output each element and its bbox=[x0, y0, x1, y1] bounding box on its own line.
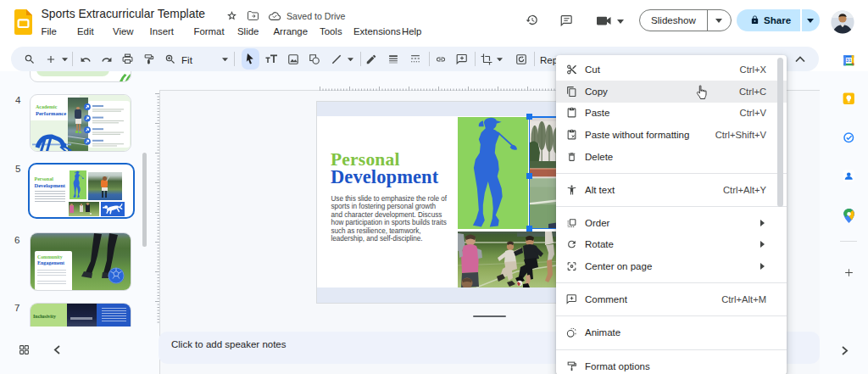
svg-text:31: 31 bbox=[846, 58, 852, 63]
